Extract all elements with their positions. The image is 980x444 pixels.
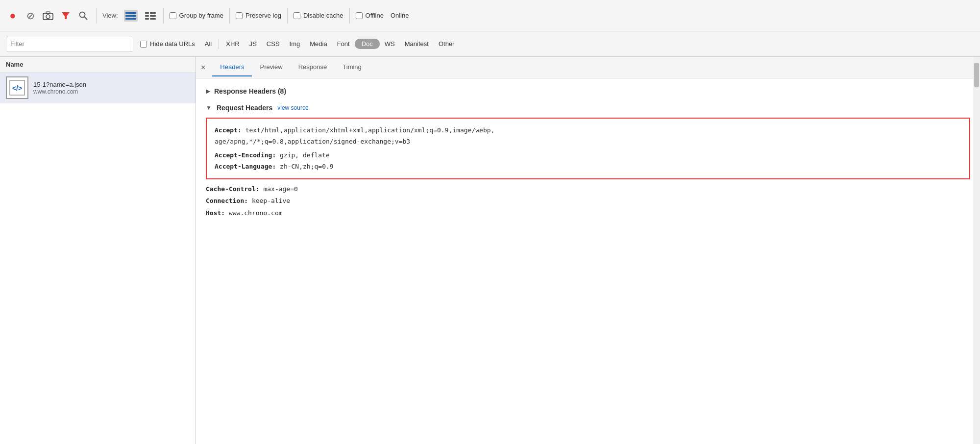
svg-rect-2: [46, 12, 50, 13]
accept-val-cont: age/apng,*/*;q=0.8,application/signed-ex…: [215, 138, 410, 145]
tree-view-icon[interactable]: [144, 10, 157, 22]
right-panel: × Headers Preview Response Timing ▶ Resp…: [196, 57, 980, 444]
divider-2: [163, 8, 164, 24]
hide-data-urls-checkbox[interactable]: Hide data URLs: [140, 40, 195, 48]
type-btn-media[interactable]: Media: [305, 38, 332, 49]
response-headers-section[interactable]: ▶ Response Headers (8): [206, 83, 970, 99]
accept-language-val: zh-CN,zh;q=0.9: [280, 163, 334, 170]
response-headers-title: Response Headers (8): [214, 87, 286, 95]
type-btn-manifest[interactable]: Manifest: [400, 38, 434, 49]
connection-key: Connection:: [206, 197, 248, 204]
type-divider: [219, 39, 219, 49]
type-btn-all[interactable]: All: [200, 38, 217, 49]
tab-preview[interactable]: Preview: [252, 58, 290, 76]
left-panel-header: Name: [0, 57, 196, 73]
cache-control-val: max-age=0: [263, 185, 297, 193]
group-by-frame-checkbox[interactable]: Group by frame: [170, 12, 223, 19]
view-label: View:: [102, 12, 118, 19]
highlighted-headers-box: Accept: text/html,application/xhtml+xml,…: [206, 118, 970, 179]
header-row-accept: Accept: text/html,application/xhtml+xml,…: [215, 124, 961, 136]
disable-cache-checkbox[interactable]: Disable cache: [294, 12, 343, 19]
svg-text:</>: </>: [12, 84, 22, 92]
type-btn-img[interactable]: Img: [285, 38, 305, 49]
view-source-link[interactable]: view source: [277, 104, 308, 111]
svg-rect-7: [125, 15, 136, 17]
type-btn-doc[interactable]: Doc: [355, 39, 380, 49]
filter-bar: Hide data URLs All XHR JS CSS Img Media …: [0, 31, 980, 57]
host-key: Host:: [206, 209, 225, 217]
tab-timing[interactable]: Timing: [335, 58, 369, 76]
left-panel: Name </> 15-1?name=a.json www.chrono.com: [0, 57, 196, 444]
online-label: Online: [391, 12, 409, 19]
request-headers-title: Request Headers: [217, 104, 272, 112]
host-val: www.chrono.com: [229, 209, 283, 217]
svg-marker-3: [62, 12, 70, 19]
svg-rect-12: [150, 12, 156, 14]
record-button[interactable]: ●: [6, 9, 20, 23]
file-icon: </>: [6, 76, 28, 99]
divider-5: [349, 8, 350, 24]
preserve-log-checkbox[interactable]: Preserve log: [236, 12, 281, 19]
accept-language-key: Accept-Language:: [215, 163, 276, 170]
svg-rect-14: [150, 18, 156, 20]
filter-icon[interactable]: [59, 9, 73, 23]
list-view-icon[interactable]: [124, 10, 138, 22]
svg-rect-8: [125, 18, 136, 20]
header-row-accept-language: Accept-Language: zh-CN,zh;q=0.9: [215, 161, 961, 172]
type-btn-css[interactable]: CSS: [262, 38, 285, 49]
request-headers-title-row[interactable]: ▼ Request Headers view source: [206, 101, 970, 115]
header-row-accept-encoding: Accept-Encoding: gzip, deflate: [215, 149, 961, 161]
request-headers-section: ▼ Request Headers view source Accept: te…: [206, 101, 970, 222]
toolbar: ● ⊘ View:: [0, 0, 980, 31]
cache-control-key: Cache-Control:: [206, 185, 260, 193]
connection-val: keep-alive: [252, 197, 290, 204]
right-panel-wrapper: × Headers Preview Response Timing ▶ Resp…: [196, 57, 980, 444]
tab-response[interactable]: Response: [291, 58, 335, 76]
tab-headers[interactable]: Headers: [212, 58, 252, 76]
header-row-accept-cont: age/apng,*/*;q=0.8,application/signed-ex…: [215, 136, 961, 147]
type-btn-ws[interactable]: WS: [380, 38, 400, 49]
stop-button[interactable]: ⊘: [24, 9, 37, 23]
accept-key: Accept:: [215, 126, 242, 134]
type-btn-js[interactable]: JS: [245, 38, 262, 49]
camera-icon[interactable]: [41, 9, 55, 23]
type-btn-other[interactable]: Other: [434, 38, 460, 49]
header-row-host: Host: www.chrono.com: [206, 207, 970, 220]
tab-close-button[interactable]: ×: [201, 63, 205, 72]
accept-val: text/html,application/xhtml+xml,applicat…: [245, 126, 495, 134]
file-item[interactable]: </> 15-1?name=a.json www.chrono.com: [0, 73, 196, 103]
normal-headers: Cache-Control: max-age=0 Connection: kee…: [206, 181, 970, 222]
filter-input[interactable]: [6, 37, 133, 51]
svg-point-4: [80, 12, 85, 17]
divider-4: [287, 8, 288, 24]
svg-rect-6: [125, 12, 136, 14]
svg-rect-9: [145, 12, 149, 14]
scrollbar-area[interactable]: [973, 57, 980, 444]
type-btn-xhr[interactable]: XHR: [221, 38, 244, 49]
file-name: 15-1?name=a.json: [33, 81, 86, 88]
accept-encoding-val: gzip, deflate: [280, 151, 330, 159]
scroll-thumb[interactable]: [974, 63, 979, 87]
type-filter-buttons: All XHR JS CSS Img Media Font Doc WS Man…: [200, 38, 460, 49]
svg-line-5: [85, 17, 88, 20]
svg-point-1: [46, 15, 50, 19]
request-headers-arrow: ▼: [206, 104, 212, 111]
divider-1: [96, 8, 97, 24]
header-row-connection: Connection: keep-alive: [206, 195, 970, 207]
file-info: 15-1?name=a.json www.chrono.com: [33, 81, 86, 95]
svg-rect-13: [150, 15, 156, 17]
file-domain: www.chrono.com: [33, 88, 86, 95]
search-icon[interactable]: [76, 9, 90, 23]
main-content: Name </> 15-1?name=a.json www.chrono.com…: [0, 57, 980, 444]
headers-content: ▶ Response Headers (8) ▼ Request Headers…: [196, 78, 980, 444]
svg-rect-11: [145, 18, 149, 20]
offline-checkbox[interactable]: Offline: [356, 12, 384, 19]
divider-3: [229, 8, 230, 24]
response-headers-arrow: ▶: [206, 88, 210, 95]
svg-rect-10: [145, 15, 149, 17]
tabs-bar: × Headers Preview Response Timing: [196, 57, 980, 78]
accept-encoding-key: Accept-Encoding:: [215, 151, 276, 159]
header-row-cache-control: Cache-Control: max-age=0: [206, 183, 970, 196]
type-btn-font[interactable]: Font: [332, 38, 355, 49]
